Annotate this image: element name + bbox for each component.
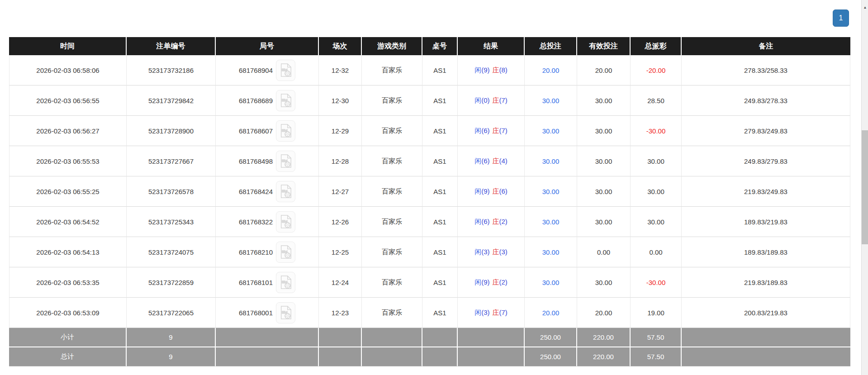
cell-table-no: AS1 xyxy=(422,146,458,176)
result-player-label: 闲 xyxy=(474,278,481,286)
col-header-table-no: 桌号 xyxy=(422,37,458,55)
cell-session: 12-23 xyxy=(319,298,362,328)
payout-value: 28.50 xyxy=(647,97,664,104)
cell-table-no: AS1 xyxy=(422,85,458,116)
cell-result: 闲(9)庄(8) xyxy=(458,55,525,85)
subtotal-label: 小计 xyxy=(9,328,127,347)
table-header: 时间 注单编号 局号 场次 游戏类别 桌号 结果 总投注 有效投注 总派彩 备注 xyxy=(9,37,850,55)
result-banker-label: 庄 xyxy=(493,96,499,104)
cell-session: 12-30 xyxy=(319,85,362,116)
round-number: 681768498 xyxy=(239,157,273,165)
cell-valid-bet: 30.00 xyxy=(577,207,631,237)
round-number: 681768210 xyxy=(239,248,273,256)
cell-round: 681768607 xyxy=(216,116,319,146)
pagination-page-1[interactable]: 1 xyxy=(833,9,849,27)
cell-session: 12-27 xyxy=(319,176,362,207)
total-bet-link[interactable]: 30.00 xyxy=(542,127,560,135)
total-bet-link[interactable]: 30.00 xyxy=(542,188,560,195)
subtotal-payout: 57.50 xyxy=(631,328,682,347)
cell-round: 681768101 xyxy=(216,267,319,298)
result-player-label: 闲 xyxy=(474,187,481,195)
cell-remark: 249.83/279.83 xyxy=(682,146,850,176)
cell-round: 681768498 xyxy=(216,146,319,176)
cell-total-bet: 20.00 xyxy=(525,55,577,85)
payout-value: -20.00 xyxy=(646,66,666,74)
cell-valid-bet: 20.00 xyxy=(577,298,631,328)
total-bet-link[interactable]: 30.00 xyxy=(542,157,560,165)
cell-game-type: 百家乐 xyxy=(362,85,422,116)
result-banker-label: 庄 xyxy=(493,309,499,316)
cell-bet-id: 523173732186 xyxy=(127,55,216,85)
cell-remark: 219.83/249.83 xyxy=(682,176,850,207)
cell-empty xyxy=(422,347,458,366)
cell-bet-id: 523173727667 xyxy=(127,146,216,176)
cell-result: 闲(3)庄(7) xyxy=(458,298,525,328)
result-banker-score: (7) xyxy=(499,96,508,104)
cell-result: 闲(9)庄(2) xyxy=(458,267,525,298)
cell-empty xyxy=(682,347,850,366)
cell-result: 闲(6)庄(2) xyxy=(458,207,525,237)
result-player-label: 闲 xyxy=(474,96,481,104)
table-row: 2026-02-03 06:55:53 523173727667 6817684… xyxy=(9,146,850,176)
cell-empty xyxy=(422,328,458,347)
payout-value: -30.00 xyxy=(646,279,666,286)
video-replay-button[interactable] xyxy=(276,60,295,81)
cell-payout: 30.00 xyxy=(631,146,682,176)
video-replay-button[interactable] xyxy=(276,272,295,293)
subtotal-total-bet: 250.00 xyxy=(525,328,577,347)
total-bet-link[interactable]: 30.00 xyxy=(542,218,560,226)
scrollbar-thumb[interactable] xyxy=(862,130,868,244)
cell-empty xyxy=(319,328,362,347)
subtotal-row: 小计 9 250.00 220.00 57.50 xyxy=(9,328,850,347)
cell-empty xyxy=(362,347,422,366)
video-replay-button[interactable] xyxy=(276,302,295,323)
cell-payout: 30.00 xyxy=(631,176,682,207)
col-header-game-type: 游戏类别 xyxy=(362,37,422,55)
total-bet-link[interactable]: 30.00 xyxy=(542,248,560,256)
cell-payout: -20.00 xyxy=(631,55,682,85)
cell-session: 12-29 xyxy=(319,116,362,146)
video-replay-button[interactable] xyxy=(276,242,295,263)
cell-empty xyxy=(362,328,422,347)
cell-bet-id: 523173729842 xyxy=(127,85,216,116)
video-replay-button[interactable] xyxy=(276,90,295,111)
result-banker-label: 庄 xyxy=(493,278,499,286)
payout-value: 30.00 xyxy=(647,157,664,165)
cell-valid-bet: 0.00 xyxy=(577,237,631,267)
total-bet-link[interactable]: 30.00 xyxy=(542,97,560,104)
cell-total-bet: 20.00 xyxy=(525,298,577,328)
cell-result: 闲(6)庄(7) xyxy=(458,116,525,146)
result-banker-label: 庄 xyxy=(493,66,499,74)
col-header-time: 时间 xyxy=(9,37,127,55)
cell-time: 2026-02-03 06:56:27 xyxy=(9,116,127,146)
total-bet-link[interactable]: 30.00 xyxy=(542,279,560,286)
video-replay-button[interactable] xyxy=(276,151,295,172)
total-bet-link[interactable]: 20.00 xyxy=(542,66,560,74)
cell-session: 12-32 xyxy=(319,55,362,85)
result-banker-score: (6) xyxy=(499,187,508,195)
cell-time: 2026-02-03 06:53:09 xyxy=(9,298,127,328)
result-banker-score: (7) xyxy=(499,309,508,316)
cell-payout: -30.00 xyxy=(631,267,682,298)
cell-bet-id: 523173724075 xyxy=(127,237,216,267)
scrollbar[interactable]: ▲ xyxy=(861,0,868,375)
video-replay-button[interactable] xyxy=(276,181,295,202)
result-player-score: (6) xyxy=(481,157,489,165)
cell-round: 681768424 xyxy=(216,176,319,207)
cell-remark: 189.83/189.83 xyxy=(682,237,850,267)
cell-game-type: 百家乐 xyxy=(362,116,422,146)
cell-remark: 249.83/278.33 xyxy=(682,85,850,116)
cell-session: 12-25 xyxy=(319,237,362,267)
table-row: 2026-02-03 06:55:25 523173726578 6817684… xyxy=(9,176,850,207)
scroll-up-arrow-icon[interactable]: ▲ xyxy=(862,6,868,9)
result-banker-label: 庄 xyxy=(493,248,499,256)
total-bet-link[interactable]: 20.00 xyxy=(542,309,560,317)
round-number: 681768607 xyxy=(239,127,273,135)
video-replay-button[interactable] xyxy=(276,120,295,142)
table-row: 2026-02-03 06:54:52 523173725343 6817683… xyxy=(9,207,850,237)
video-replay-button[interactable] xyxy=(276,211,295,233)
cell-time: 2026-02-03 06:58:06 xyxy=(9,55,127,85)
total-label: 总计 xyxy=(9,347,127,366)
payout-value: 0.00 xyxy=(649,248,662,256)
cell-remark: 189.83/219.83 xyxy=(682,207,850,237)
